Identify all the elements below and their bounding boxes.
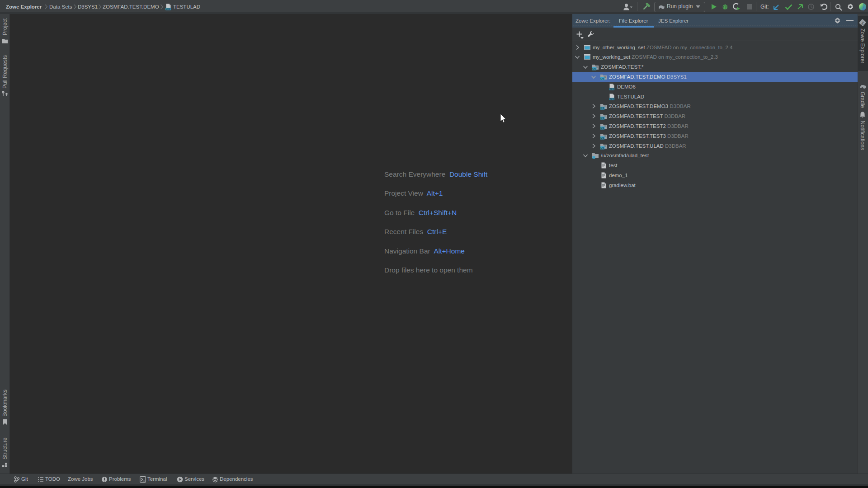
svg-text:MEM: MEM xyxy=(609,88,614,90)
svg-text:DS: DS xyxy=(600,146,604,149)
svg-text:DS: DS xyxy=(600,126,604,129)
svg-text:DS: DS xyxy=(592,67,596,70)
svg-text:DS: DS xyxy=(600,107,604,110)
svg-text:MEM: MEM xyxy=(166,8,171,10)
svg-text:DS: DS xyxy=(600,77,604,80)
svg-text:Z: Z xyxy=(861,20,864,25)
svg-text:MEM: MEM xyxy=(609,98,614,100)
svg-text:DS: DS xyxy=(600,136,604,139)
svg-text:DS: DS xyxy=(600,116,604,119)
